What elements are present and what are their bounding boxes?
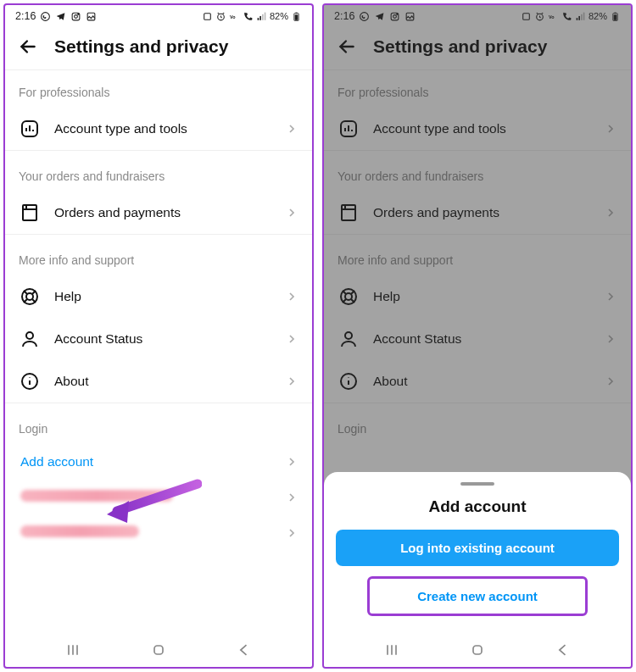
gallery-icon	[86, 11, 97, 22]
chevron-right-icon	[285, 491, 298, 504]
phone-icon	[243, 11, 254, 22]
recents-icon[interactable]	[64, 641, 81, 658]
svg-point-19	[26, 332, 33, 339]
settings-content: For professionals Account type and tools…	[5, 69, 312, 633]
chevron-right-icon	[285, 455, 298, 469]
svg-rect-11	[265, 12, 266, 19]
svg-point-18	[26, 293, 33, 300]
row-label: Orders and payments	[54, 205, 271, 220]
row-add-account[interactable]: Add account	[5, 444, 312, 480]
back-icon[interactable]	[17, 36, 39, 58]
annotation-arrow	[100, 475, 202, 530]
lifebuoy-icon	[19, 286, 41, 308]
android-nav-bar	[5, 633, 312, 667]
info-icon	[19, 370, 41, 392]
section-header-login: Login	[5, 403, 312, 444]
android-nav-bar	[324, 633, 631, 667]
login-existing-button[interactable]: Log into existing account	[336, 530, 619, 566]
row-label: About	[54, 374, 271, 389]
svg-text:Vo: Vo	[230, 14, 236, 19]
svg-point-2	[75, 14, 78, 18]
svg-point-0	[42, 12, 50, 20]
chevron-right-icon	[285, 290, 298, 303]
svg-rect-9	[259, 15, 261, 19]
alarm-icon	[215, 11, 226, 22]
whatsapp-icon	[40, 11, 51, 22]
telegram-icon	[55, 11, 66, 22]
add-account-sheet: Add account Log into existing account Cr…	[324, 472, 631, 633]
app-bar: Settings and privacy	[5, 27, 312, 69]
instagram-icon	[70, 11, 81, 22]
svg-rect-5	[204, 13, 211, 19]
create-new-account-button[interactable]: Create new account	[367, 576, 589, 616]
battery-icon	[291, 11, 302, 22]
row-label: Account type and tools	[54, 121, 271, 136]
person-icon	[19, 328, 41, 350]
row-label: Help	[54, 289, 271, 304]
status-bar: 2:16 Vo 82%	[5, 5, 312, 27]
chevron-right-icon	[285, 206, 298, 219]
svg-rect-21	[154, 646, 163, 654]
row-label: Account Status	[54, 331, 271, 347]
svg-rect-10	[262, 14, 264, 19]
chevron-right-icon	[285, 122, 298, 136]
section-header-info: More info and support	[5, 235, 312, 275]
chevron-right-icon	[285, 375, 298, 388]
add-account-label: Add account	[20, 454, 285, 469]
recents-icon[interactable]	[383, 641, 400, 658]
bar-chart-icon	[19, 118, 41, 140]
svg-point-3	[78, 14, 79, 14]
back-nav-icon[interactable]	[236, 641, 253, 658]
receipt-icon	[19, 202, 41, 224]
section-header-orders: Your orders and fundraisers	[5, 151, 312, 192]
chevron-right-icon	[285, 332, 298, 346]
svg-rect-14	[295, 12, 297, 13]
chevron-right-icon	[285, 526, 298, 540]
home-icon[interactable]	[150, 641, 167, 658]
sheet-handle[interactable]	[460, 482, 494, 486]
row-account-status[interactable]: Account Status	[5, 318, 312, 360]
home-icon[interactable]	[469, 641, 486, 658]
row-account-type-tools[interactable]: Account type and tools	[5, 108, 312, 150]
signal-icon	[256, 11, 267, 22]
svg-rect-43	[473, 646, 482, 654]
svg-rect-16	[23, 205, 36, 220]
nfc-icon	[202, 11, 213, 22]
section-header-professionals: For professionals	[5, 70, 312, 108]
row-help[interactable]: Help	[5, 275, 312, 318]
battery-text: 82%	[270, 11, 288, 21]
volte-icon: Vo	[229, 11, 240, 22]
sheet-title: Add account	[336, 497, 619, 516]
svg-rect-13	[295, 14, 298, 19]
row-orders-payments[interactable]: Orders and payments	[5, 192, 312, 234]
status-time: 2:16	[15, 10, 36, 22]
row-about[interactable]: About	[5, 360, 312, 403]
page-title: Settings and privacy	[54, 36, 228, 57]
back-nav-icon[interactable]	[555, 641, 572, 658]
svg-rect-8	[258, 18, 259, 20]
